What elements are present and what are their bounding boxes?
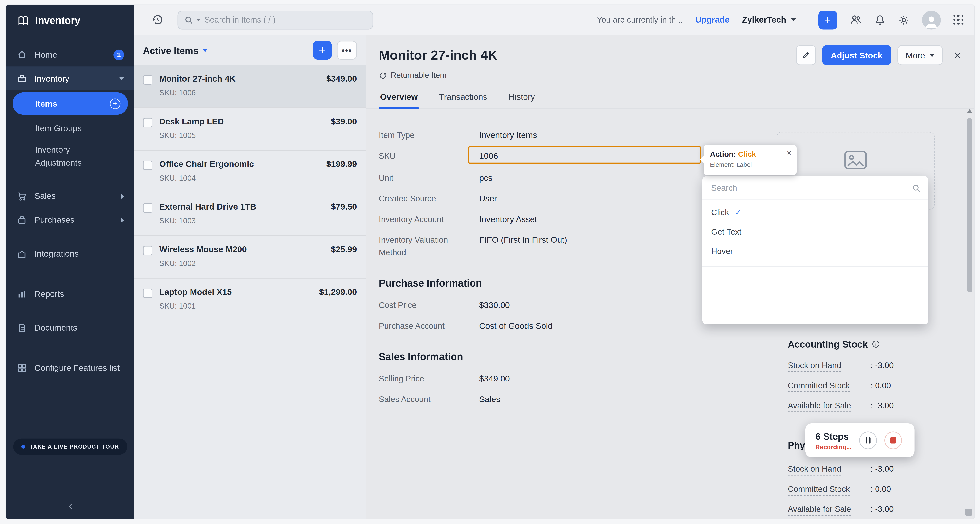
tab-history[interactable]: History bbox=[507, 87, 536, 108]
list-item[interactable]: Office Chair Ergonomic SKU: 1004 $199.99 bbox=[134, 151, 366, 193]
stock-label[interactable]: Committed Stock bbox=[788, 381, 850, 392]
stock-row: Available for Sale : -3.00 bbox=[788, 504, 939, 519]
dropdown-option-hover[interactable]: Hover bbox=[702, 242, 928, 261]
sidebar-item-sales[interactable]: Sales bbox=[6, 184, 134, 208]
adjust-stock-button[interactable]: Adjust Stock bbox=[822, 45, 891, 65]
screen: Inventory Home 1 Inventory Items + bbox=[0, 0, 980, 524]
field-value-sku[interactable]: 1006 bbox=[479, 150, 498, 162]
stock-label[interactable]: Stock on Hand bbox=[788, 361, 841, 372]
bag-icon bbox=[16, 215, 28, 225]
sidebar-item-home[interactable]: Home 1 bbox=[6, 43, 134, 67]
info-icon[interactable] bbox=[872, 340, 880, 348]
refer-users-icon[interactable] bbox=[850, 14, 861, 25]
chevron-right-icon bbox=[121, 218, 124, 223]
item-name: Wireless Mouse M200 bbox=[159, 245, 326, 254]
tab-transactions[interactable]: Transactions bbox=[438, 87, 488, 108]
sidebar-item-label: Home bbox=[35, 50, 57, 59]
sidebar-item-inventory[interactable]: Inventory bbox=[6, 67, 134, 90]
more-button[interactable]: More bbox=[897, 45, 943, 65]
add-item-icon[interactable]: + bbox=[110, 98, 120, 109]
item-info: Monitor 27-inch 4K SKU: 1006 bbox=[159, 74, 321, 97]
scrollbar-corner[interactable] bbox=[965, 509, 972, 516]
dropdown-search[interactable] bbox=[702, 176, 928, 200]
item-checkbox[interactable] bbox=[143, 203, 153, 213]
field-value: FIFO (First In First Out) bbox=[479, 234, 567, 259]
list-item[interactable]: Laptop Model X15 SKU: 1001 $1,299.00 bbox=[134, 279, 366, 321]
stock-label[interactable]: Available for Sale bbox=[788, 504, 851, 516]
list-more-button[interactable]: ••• bbox=[337, 41, 357, 60]
sidebar-item-items[interactable]: Items + bbox=[13, 92, 128, 115]
physical-stock-rows: Stock on Hand : -3.00 Committed Stock : … bbox=[788, 464, 939, 519]
item-checkbox[interactable] bbox=[143, 288, 153, 298]
recorder-pause-button[interactable] bbox=[859, 432, 877, 449]
items-list-panel: Active Items + ••• Monitor 27-inch 4K SK… bbox=[134, 35, 366, 519]
stop-icon bbox=[890, 437, 896, 443]
chevron-down-icon bbox=[929, 54, 934, 57]
main-column: You are currently in th... Upgrade Zylke… bbox=[134, 5, 974, 519]
trial-status-text: You are currently in th... bbox=[597, 15, 682, 24]
item-checkbox[interactable] bbox=[143, 75, 153, 85]
stock-label[interactable]: Stock on Hand bbox=[788, 464, 841, 476]
search-input[interactable] bbox=[203, 14, 366, 25]
field-row: Selling Price $349.00 bbox=[379, 373, 730, 385]
sidebar-item-item-groups[interactable]: Item Groups bbox=[6, 117, 134, 139]
scroll-up-arrow-icon[interactable] bbox=[967, 109, 972, 113]
recorder-element-highlight bbox=[468, 146, 701, 164]
item-sku: SKU: 1002 bbox=[159, 259, 326, 268]
field-label: Cost Price bbox=[379, 299, 479, 312]
item-checkbox[interactable] bbox=[143, 161, 153, 170]
tab-overview[interactable]: Overview bbox=[379, 87, 419, 108]
dropdown-search-input[interactable] bbox=[710, 183, 907, 193]
search-scope-caret-icon[interactable] bbox=[196, 18, 200, 21]
org-switcher[interactable]: ZylkerTech bbox=[742, 15, 795, 24]
close-icon[interactable]: × bbox=[954, 49, 961, 62]
recorder-stop-button[interactable] bbox=[884, 432, 902, 449]
stock-label[interactable]: Available for Sale bbox=[788, 401, 851, 412]
sidebar-item-reports[interactable]: Reports bbox=[6, 282, 134, 306]
dropdown-option-get-text[interactable]: Get Text bbox=[702, 222, 928, 242]
quick-create-button[interactable]: + bbox=[818, 10, 837, 29]
product-tour-button[interactable]: TAKE A LIVE PRODUCT TOUR bbox=[13, 439, 127, 455]
returnable-label: Returnable Item bbox=[391, 71, 447, 80]
list-item[interactable]: Desk Lamp LED SKU: 1005 $39.00 bbox=[134, 108, 366, 151]
overview-content: Item Type Inventory Items SKU 1006 Unit … bbox=[379, 129, 730, 414]
topbar: You are currently in th... Upgrade Zylke… bbox=[134, 5, 974, 35]
notifications-bell-icon[interactable] bbox=[874, 14, 885, 25]
list-item[interactable]: External Hard Drive 1TB SKU: 1003 $79.50 bbox=[134, 193, 366, 236]
field-value: $349.00 bbox=[479, 373, 510, 385]
dropdown-option-click[interactable]: Click ✓ bbox=[702, 203, 928, 222]
tooltip-close-icon[interactable]: × bbox=[787, 148, 791, 157]
item-info: Office Chair Ergonomic SKU: 1004 bbox=[159, 159, 321, 183]
list-item[interactable]: Monitor 27-inch 4K SKU: 1006 $349.00 bbox=[134, 65, 366, 108]
vertical-scrollbar[interactable] bbox=[966, 109, 972, 509]
settings-gear-icon[interactable] bbox=[898, 14, 909, 25]
section-heading-purchase: Purchase Information bbox=[379, 278, 730, 289]
scrollbar-thumb[interactable] bbox=[967, 118, 972, 293]
sidebar-item-purchases[interactable]: Purchases bbox=[6, 208, 134, 232]
sidebar-item-configure-features[interactable]: Configure Features list bbox=[6, 356, 134, 380]
chevron-right-icon bbox=[121, 194, 124, 199]
item-checkbox[interactable] bbox=[143, 246, 153, 255]
user-avatar[interactable] bbox=[921, 10, 940, 29]
detail-header: Monitor 27-inch 4K Adjust Stock More × bbox=[366, 35, 974, 109]
pause-icon bbox=[865, 437, 872, 443]
list-item[interactable]: Wireless Mouse M200 SKU: 1002 $25.99 bbox=[134, 236, 366, 279]
recent-history-icon[interactable] bbox=[152, 14, 164, 25]
item-price: $25.99 bbox=[331, 245, 357, 254]
list-filter-dropdown[interactable]: Active Items bbox=[143, 45, 208, 56]
sidebar-item-inventory-adjustments[interactable]: Inventory Adjustments bbox=[6, 139, 126, 174]
global-search[interactable] bbox=[178, 10, 373, 29]
stock-label[interactable]: Committed Stock bbox=[788, 484, 850, 495]
item-checkbox[interactable] bbox=[143, 118, 153, 127]
sidebar-item-integrations[interactable]: Integrations bbox=[6, 242, 134, 266]
app-launcher-icon[interactable] bbox=[953, 15, 964, 25]
upgrade-link[interactable]: Upgrade bbox=[695, 15, 730, 24]
sidebar-item-documents[interactable]: Documents bbox=[6, 316, 134, 340]
new-item-button[interactable]: + bbox=[313, 41, 332, 60]
stock-value: : -3.00 bbox=[871, 361, 894, 370]
sidebar-collapse-button[interactable]: ‹ bbox=[6, 494, 134, 519]
tooltip-element-line: Element: Label bbox=[710, 161, 790, 168]
list-actions: + ••• bbox=[313, 41, 357, 60]
accounting-stock-heading: Accounting Stock bbox=[788, 339, 939, 349]
edit-button[interactable] bbox=[795, 45, 816, 65]
